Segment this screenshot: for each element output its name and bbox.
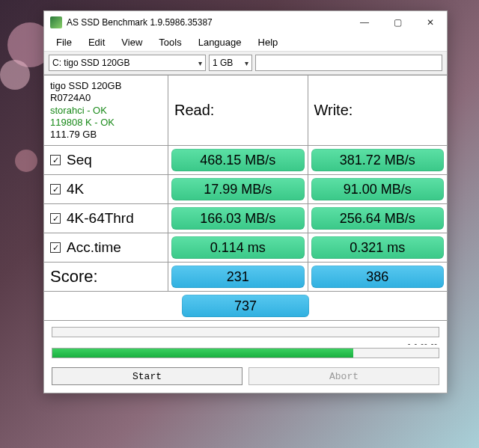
size-select[interactable]: 1 GB ▾ — [209, 55, 252, 71]
progress-big — [52, 348, 439, 358]
acc-write-bar: 0.321 ms — [311, 236, 445, 259]
info-capacity: 111.79 GB — [50, 129, 97, 141]
minimize-button[interactable]: — — [348, 11, 381, 34]
score-write-bar: 386 — [311, 266, 445, 288]
seq-write-bar: 381.72 MB/s — [311, 149, 445, 171]
menu-file[interactable]: File — [49, 35, 79, 49]
close-button[interactable]: ✕ — [414, 11, 447, 34]
window-title: AS SSD Benchmark 1.9.5986.35387 — [67, 17, 348, 28]
info-alignment: 119808 K - OK — [50, 117, 115, 129]
checkbox-4k[interactable] — [50, 184, 61, 194]
row-4k: 4K 17.99 MB/s 91.00 MB/s — [44, 175, 447, 204]
control-row: C: tigo SSD 120GB ▾ 1 GB ▾ — [44, 52, 447, 75]
seq-read-bar: 468.15 MB/s — [171, 149, 305, 171]
info-firmware: R0724A0 — [50, 92, 91, 104]
drive-select-value: C: tigo SSD 120GB — [52, 58, 129, 68]
results-grid: tigo SSD 120GB R0724A0 storahci - OK 119… — [44, 75, 447, 321]
k4-read-bar: 17.99 MB/s — [171, 178, 305, 200]
drive-select[interactable]: C: tigo SSD 120GB ▾ — [49, 55, 206, 71]
progress-area: - - -- -- — [44, 321, 447, 363]
label-4k64: 4K-64Thrd — [44, 204, 168, 233]
titlebar: AS SSD Benchmark 1.9.5986.35387 — ▢ ✕ — [44, 11, 447, 34]
row-total: 737 — [44, 292, 447, 321]
start-button[interactable]: Start — [52, 367, 242, 385]
row-acc: Acc.time 0.114 ms 0.321 ms — [44, 233, 447, 263]
drive-info: tigo SSD 120GB R0724A0 storahci - OK 119… — [44, 76, 168, 145]
menu-help[interactable]: Help — [251, 35, 286, 49]
app-window: AS SSD Benchmark 1.9.5986.35387 — ▢ ✕ Fi… — [43, 10, 448, 393]
maximize-button[interactable]: ▢ — [381, 11, 414, 34]
acc-read-bar: 0.114 ms — [171, 236, 305, 259]
checkbox-acc[interactable] — [50, 242, 61, 253]
row-seq: Seq 468.15 MB/s 381.72 MB/s — [44, 146, 447, 175]
chevron-down-icon: ▾ — [198, 59, 202, 67]
header-read: Read: — [168, 76, 308, 145]
size-select-value: 1 GB — [213, 58, 233, 68]
label-seq: Seq — [44, 146, 168, 174]
filter-input[interactable] — [255, 55, 442, 71]
menu-edit[interactable]: Edit — [81, 35, 112, 49]
button-row: Start Abort — [44, 363, 447, 393]
progress-text: - - -- -- — [52, 339, 439, 348]
label-acc: Acc.time — [44, 233, 168, 262]
score-total-bar: 737 — [182, 295, 309, 317]
score-read-bar: 231 — [171, 266, 305, 288]
checkbox-4k64[interactable] — [50, 213, 61, 224]
score-label: Score: — [44, 263, 168, 291]
checkbox-seq[interactable] — [50, 155, 61, 165]
menu-view[interactable]: View — [114, 35, 150, 49]
label-4k: 4K — [44, 175, 168, 203]
header-write: Write: — [308, 76, 448, 145]
abort-button[interactable]: Abort — [248, 367, 439, 385]
k464-read-bar: 166.03 MB/s — [171, 207, 305, 230]
menubar: File Edit View Tools Language Help — [44, 34, 447, 52]
progress-small — [52, 327, 439, 337]
info-driver: storahci - OK — [50, 105, 107, 117]
app-icon — [50, 16, 62, 28]
menu-language[interactable]: Language — [191, 35, 249, 49]
menu-tools[interactable]: Tools — [151, 35, 189, 49]
row-4k64: 4K-64Thrd 166.03 MB/s 256.64 MB/s — [44, 204, 447, 233]
row-score: Score: 231 386 — [44, 263, 447, 292]
header-row: tigo SSD 120GB R0724A0 storahci - OK 119… — [44, 76, 447, 146]
k4-write-bar: 91.00 MB/s — [311, 178, 445, 200]
k464-write-bar: 256.64 MB/s — [311, 207, 445, 230]
info-model: tigo SSD 120GB — [50, 80, 121, 92]
chevron-down-icon: ▾ — [245, 59, 248, 67]
